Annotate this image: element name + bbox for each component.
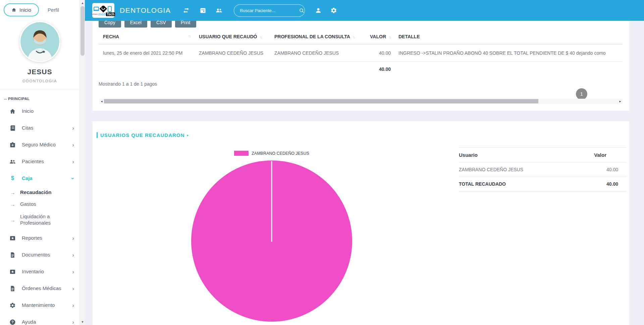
svg-text:?: ? (11, 320, 14, 324)
search-input[interactable] (240, 8, 299, 13)
sidebar-item-label: Gastos (20, 201, 74, 207)
sidebar-item-label: Inventario (22, 269, 72, 275)
pagination-page-1[interactable]: 1 (576, 88, 587, 100)
sidebar-item-label: Pacientes (22, 158, 72, 165)
payments-card: Copy Excel CSV Print FECHA↑↓ USUARIO QUE… (93, 21, 629, 111)
column-header-profesional[interactable]: PROFESIONAL DE LA CONSULTA↑↓ (270, 30, 366, 43)
dollar-icon: $ (9, 175, 16, 182)
cell-detalle: INGRESO ->STALIN PROAÑO ABONÓ 40 SOBRE E… (394, 45, 623, 62)
accent-bar (97, 132, 98, 138)
logo-devices-icon (93, 6, 113, 12)
sidebar-item-label: Liquidación a Profesionales (20, 214, 58, 226)
scroll-down-arrow-icon[interactable]: ▼ (80, 320, 85, 324)
sidebar-item-ayuda[interactable]: ? Ayuda › (0, 314, 79, 325)
inventory-icon (9, 269, 16, 275)
vertical-scrollbar-thumb[interactable] (80, 6, 85, 56)
sidebar-item-recaudacion[interactable]: → Recaudación (0, 187, 79, 198)
arrow-right-icon: → (10, 202, 15, 207)
sidebar-item-documentos[interactable]: Documentos › (0, 246, 79, 263)
medical-bag-icon (9, 142, 16, 148)
profile-name: JESUS (0, 68, 79, 76)
sidebar-item-label: Reportes (22, 235, 72, 241)
summary-row: ZAMBRANO CEDEÑO JESUS 40.00 (459, 162, 627, 177)
settings-gear-icon[interactable] (330, 7, 337, 14)
cell-usuario: ZAMBRANO CEDEÑO JESUS (195, 45, 270, 62)
chevron-right-icon: › (72, 125, 74, 131)
excel-button[interactable]: Excel (124, 21, 147, 28)
tab-inicio-label: Inicio (19, 7, 31, 13)
sidebar-item-label: Caja (22, 175, 72, 182)
sidebar-item-inventario[interactable]: Inventario › (0, 263, 79, 280)
cell-profesional: ZAMBRANO CEDEÑO JESUS (270, 45, 366, 62)
sidebar-item-pacientes[interactable]: Pacientes › (0, 153, 79, 170)
chart-legend[interactable]: ZAMBRANO CEDEÑO JESUS (93, 151, 451, 156)
summary-total-row: TOTAL RECAUDADO 40.00 (459, 177, 627, 191)
chevron-right-icon: › (72, 286, 74, 291)
legend-swatch[interactable] (234, 151, 249, 156)
sort-icon[interactable]: ↑↓ (259, 35, 262, 39)
totals-row: 40.00 (99, 62, 623, 77)
sidebar-item-seguro-medico[interactable]: Seguro Médico › (0, 136, 79, 153)
horizontal-scrollbar-thumb[interactable] (104, 99, 538, 103)
print-button[interactable]: Print (175, 21, 196, 28)
main-content: Copy Excel CSV Print FECHA↑↓ USUARIO QUE… (85, 21, 644, 325)
profile-sidebar: Inicio Perfil JESUS ODONTOLOGIA -- PRINC… (0, 0, 79, 325)
sidebar-item-label: Documentos (22, 252, 72, 258)
user-account-icon[interactable] (315, 7, 322, 14)
sidebar-item-caja[interactable]: $ Caja › (0, 170, 79, 187)
sidebar-item-citas[interactable]: Citas › (0, 120, 79, 136)
sort-icon[interactable]: ↑↓ (353, 35, 355, 39)
profile-tabs: Inicio Perfil (0, 0, 79, 16)
search-icon[interactable] (299, 8, 305, 13)
section-arrow-icon: ▸ (187, 133, 189, 137)
medical-orders-icon (9, 285, 16, 292)
scroll-up-arrow-icon[interactable]: ▲ (80, 1, 85, 5)
home-icon (11, 7, 16, 12)
appointments-icon (9, 125, 16, 131)
calendar-icon[interactable] (200, 7, 206, 14)
patient-search (234, 4, 305, 17)
sidebar-item-liquidacion[interactable]: → Liquidación a Profesionales (0, 210, 79, 230)
sort-icon[interactable]: ↑↓ (388, 35, 391, 39)
sidebar-item-mantenimiento[interactable]: Mantenimiento › (0, 297, 79, 314)
summary-total-valor: 40.00 (571, 177, 627, 191)
column-header-detalle[interactable]: DETALLE (394, 30, 623, 43)
chevron-right-icon: › (72, 235, 74, 241)
sidebar-item-gastos[interactable]: → Gastos (0, 198, 79, 210)
chevron-right-icon: › (72, 252, 74, 258)
column-header-fecha[interactable]: FECHA↑↓ (99, 30, 195, 43)
vertical-scrollbar[interactable]: ▲ ▼ (79, 0, 85, 325)
sidebar-item-ordenes-medicas[interactable]: Órdenes Médicas › (0, 280, 79, 297)
tab-perfil[interactable]: Perfil (48, 7, 59, 13)
summary-total-label: TOTAL RECAUDADO (459, 177, 571, 191)
showing-info: Mostrando 1 a 1 de 1 pagos (99, 81, 629, 87)
horizontal-scrollbar[interactable]: ◂ ▸ (99, 99, 623, 104)
app-title: DENTOLOGIA (120, 6, 171, 14)
section-title: USUARIOS QUE RECAUDARON (100, 132, 184, 138)
summary-header-valor: Valor (571, 148, 627, 162)
column-header-usuario[interactable]: USUARIO QUE RECAUDÓ↑↓ (195, 30, 270, 43)
sidebar-item-reportes[interactable]: Reportes › (0, 230, 79, 246)
sidebar-item-label: Recaudación (20, 189, 74, 196)
arrow-right-icon: → (10, 217, 15, 223)
column-header-valor[interactable]: VALOR↑↓ (366, 30, 394, 43)
patients-nav-icon[interactable] (216, 7, 222, 14)
sidebar-item-label: Citas (22, 125, 72, 131)
scroll-left-arrow-icon[interactable]: ◂ (99, 99, 104, 103)
pie-slice-border (271, 161, 272, 242)
sidebar-item-label: Mantenimiento (22, 302, 72, 309)
chevron-right-icon: › (72, 142, 74, 148)
tab-inicio[interactable]: Inicio (4, 3, 39, 16)
csv-button[interactable]: CSV (151, 21, 172, 28)
meditech-logo[interactable]: softwaremediTech (92, 3, 114, 18)
summary-valor: 40.00 (571, 162, 627, 177)
home-icon (9, 108, 16, 114)
sidebar-item-inicio[interactable]: Inicio (0, 103, 79, 120)
scroll-right-arrow-icon[interactable]: ▸ (618, 99, 623, 103)
sort-icon[interactable]: ↑↓ (188, 34, 191, 38)
help-icon: ? (9, 319, 16, 325)
exchange-arrows-icon[interactable] (183, 7, 190, 14)
copy-button[interactable]: Copy (99, 21, 121, 28)
pie-chart[interactable] (191, 160, 352, 322)
sidebar-item-label: Órdenes Médicas (22, 285, 72, 292)
